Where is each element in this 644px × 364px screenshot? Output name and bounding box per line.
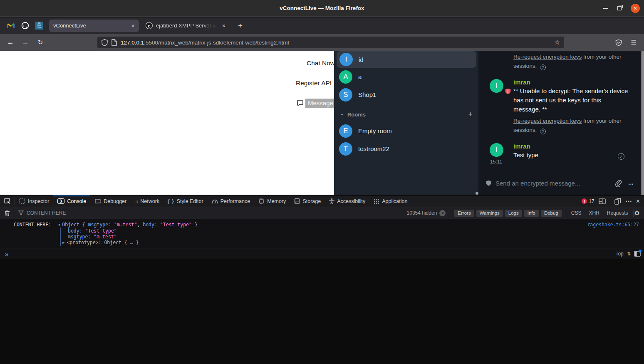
- list-item-room[interactable]: E Empty room: [334, 122, 478, 140]
- responsive-design-mode-icon[interactable]: [614, 198, 621, 205]
- tab-title: vConnectLive: [53, 22, 128, 29]
- console-empty-area[interactable]: [0, 259, 644, 364]
- message-timestamp: 15:11: [490, 159, 502, 165]
- message-sender: imran: [513, 78, 641, 87]
- pocket-save-icon[interactable]: [615, 39, 622, 46]
- console-filter-input[interactable]: CONTENT HERE: [14, 210, 407, 216]
- element-picker-icon[interactable]: [0, 198, 15, 205]
- console-input-row[interactable]: Top: [0, 248, 644, 259]
- filter-info-button[interactable]: Info: [524, 210, 539, 217]
- tab-title: ejabberd XMPP Server wi: [156, 22, 219, 29]
- pinned-tab-welifejoin[interactable]: WE LIFE JOIN: [35, 22, 43, 30]
- devtools-tab-console[interactable]: Console: [53, 196, 90, 207]
- split-console-icon[interactable]: [599, 198, 606, 204]
- error-count-badge[interactable]: 17: [582, 198, 594, 204]
- style-editor-icon: [168, 198, 174, 204]
- devtools-tab-debugger[interactable]: Debugger: [90, 196, 131, 207]
- room-name: testroom22: [358, 145, 389, 152]
- object-property-row: msgtype: "m.test": [61, 234, 644, 240]
- devtools-tab-network[interactable]: Network: [131, 196, 163, 207]
- more-options-icon[interactable]: [629, 178, 634, 188]
- help-circle-icon[interactable]: [540, 129, 546, 134]
- rerequest-keys-link[interactable]: Re-request encryption keys: [513, 54, 582, 60]
- pinned-tab-github[interactable]: [21, 22, 29, 30]
- inspector-icon: [19, 198, 25, 204]
- app-menu-icon[interactable]: [631, 39, 637, 46]
- message-body: ** Unable to decrypt: The sender's devic…: [513, 87, 630, 114]
- message-composer: Send an encrypted message...: [478, 176, 641, 190]
- page-info-icon[interactable]: [111, 39, 117, 46]
- github-icon: [21, 22, 29, 30]
- console-settings-gear-icon[interactable]: [634, 209, 644, 217]
- object-expanded-children: body: "Test type" msgtype: "m.test" <pro…: [60, 228, 644, 246]
- clear-filter-icon[interactable]: [439, 210, 446, 216]
- add-room-button[interactable]: [468, 110, 473, 119]
- decryption-error-shield-icon: [505, 88, 511, 94]
- back-button[interactable]: [4, 37, 17, 48]
- filter-warnings-button[interactable]: Warnings: [476, 210, 503, 217]
- avatar: A: [339, 70, 352, 84]
- close-window-button[interactable]: [631, 4, 640, 13]
- collapsed-twisty-icon[interactable]: [62, 240, 67, 245]
- list-item-person[interactable]: I id: [337, 51, 476, 68]
- tab-close-icon[interactable]: [222, 22, 225, 29]
- avatar: T: [339, 142, 352, 156]
- clear-console-trash-icon[interactable]: [0, 210, 14, 216]
- filter-requests-button[interactable]: Requests: [607, 210, 628, 216]
- devtools-close-icon[interactable]: [636, 198, 640, 205]
- attachment-paperclip-icon[interactable]: [614, 179, 622, 187]
- window-titlebar: vConnectLive — Mozilla Firefox: [0, 0, 644, 17]
- filter-xhr-button[interactable]: XHR: [589, 210, 599, 216]
- filter-logs-button[interactable]: Logs: [505, 210, 522, 217]
- log-label: CONTENT HERE:: [0, 222, 54, 228]
- devtools-tab-style-editor[interactable]: Style Editor: [163, 196, 208, 207]
- devtools-menu-icon[interactable]: [625, 197, 632, 205]
- composer-input[interactable]: Send an encrypted message...: [495, 180, 614, 187]
- expand-twisty-icon[interactable]: [54, 222, 62, 228]
- list-item-room[interactable]: T testroom22: [334, 140, 478, 158]
- devtools-tab-accessibility[interactable]: Accessibility: [325, 196, 369, 207]
- devtools-tab-memory[interactable]: Memory: [254, 196, 290, 207]
- filter-css-button[interactable]: CSS: [571, 210, 582, 216]
- prototype-row[interactable]: <prototype>: Object { … }: [61, 240, 644, 245]
- reload-button[interactable]: [34, 37, 47, 48]
- tab-strip: WE LIFE JOIN vConnectLive ejabberd XMPP …: [0, 17, 644, 34]
- restore-button[interactable]: [617, 6, 622, 10]
- filter-errors-button[interactable]: Errors: [454, 210, 474, 217]
- tab-label: Memory: [267, 198, 286, 204]
- tab-ejabberd[interactable]: ejabberd XMPP Server wi: [141, 20, 230, 32]
- tab-close-icon[interactable]: [131, 22, 135, 29]
- list-item-person[interactable]: S Shop1: [334, 86, 478, 104]
- page-scrollbar[interactable]: [641, 51, 644, 195]
- message-button[interactable]: Message: [297, 99, 334, 108]
- devtools-tab-application[interactable]: Application: [369, 196, 411, 207]
- filter-debug-button[interactable]: Debug: [541, 210, 562, 217]
- console-output: CONTENT HERE: Object { msgtype: "m.test"…: [0, 219, 644, 248]
- help-circle-icon[interactable]: [540, 64, 546, 70]
- source-link[interactable]: rageshake.ts:65:27: [587, 222, 644, 228]
- devtools-tab-inspector[interactable]: Inspector: [15, 196, 53, 207]
- devtools-tab-storage[interactable]: Storage: [290, 196, 325, 207]
- devtools-tab-performance[interactable]: Performance: [208, 196, 255, 207]
- evaluation-context-selector[interactable]: Top: [615, 251, 623, 257]
- error-message-text: ** Unable to decrypt: The sender's devic…: [513, 87, 628, 113]
- tab-vconnectlive[interactable]: vConnectLive: [49, 20, 139, 32]
- bookmark-star-icon[interactable]: [555, 39, 560, 46]
- minimize-button[interactable]: [603, 8, 608, 9]
- url-bar[interactable]: 127.0.0.1:5500/matrix_web/matrix-js-sdk/…: [97, 37, 564, 48]
- hidden-count: 10354 hidden: [407, 210, 437, 216]
- tab-label: Debugger: [104, 198, 126, 204]
- rerequest-keys-link[interactable]: Re-request encryption keys: [513, 118, 582, 124]
- ejabberd-favicon-icon: [146, 22, 153, 29]
- rooms-section-header[interactable]: Rooms: [334, 107, 478, 122]
- tab-label: Accessibility: [337, 198, 365, 204]
- editor-mode-toggle-icon[interactable]: [634, 251, 641, 257]
- forward-button[interactable]: [19, 37, 32, 48]
- pinned-tab-gmail[interactable]: [7, 22, 15, 30]
- chat-message: I imran ** Unable to decrypt: The sender…: [478, 78, 641, 135]
- object-preview: Object { msgtype: "m.test", body: "Test …: [62, 222, 197, 228]
- storage-icon: [294, 198, 300, 204]
- tracking-protection-shield-icon[interactable]: [102, 39, 108, 46]
- list-item-person[interactable]: A a: [334, 68, 478, 86]
- new-tab-button[interactable]: [232, 21, 248, 30]
